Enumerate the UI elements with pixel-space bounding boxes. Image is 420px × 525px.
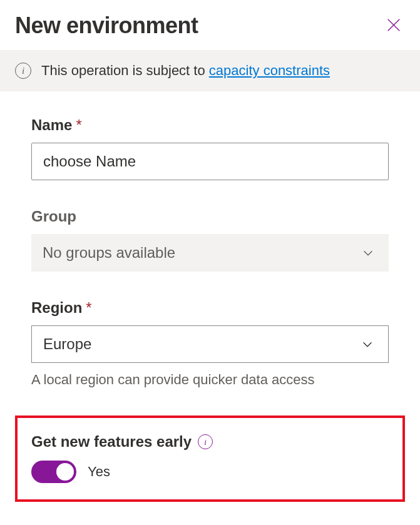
close-button[interactable] xyxy=(382,14,405,38)
capacity-constraints-link[interactable]: capacity constraints xyxy=(209,63,330,78)
required-marker: * xyxy=(86,299,91,316)
region-value: Europe xyxy=(43,335,91,353)
name-label: Name* xyxy=(31,116,389,134)
highlighted-section: Get new features early i Yes xyxy=(15,415,405,502)
region-helper-text: A local region can provide quicker data … xyxy=(31,372,389,388)
page-title: New environment xyxy=(15,13,198,39)
close-icon xyxy=(385,16,402,34)
notice-text: This operation is subject to xyxy=(41,63,205,78)
region-label: Region* xyxy=(31,299,389,317)
info-icon[interactable]: i xyxy=(198,434,213,449)
region-select[interactable]: Europe xyxy=(31,325,389,363)
toggle-knob xyxy=(56,463,74,481)
features-early-label: Get new features early xyxy=(31,433,192,451)
features-early-toggle[interactable] xyxy=(31,461,76,483)
notice-bar: i This operation is subject to capacity … xyxy=(0,50,420,91)
toggle-state-text: Yes xyxy=(88,464,110,480)
info-icon: i xyxy=(15,63,31,79)
name-input[interactable] xyxy=(31,143,389,180)
group-label: Group xyxy=(31,208,389,225)
required-marker: * xyxy=(76,116,81,133)
group-select: No groups available xyxy=(31,234,389,272)
chevron-down-icon xyxy=(361,246,375,260)
chevron-down-icon xyxy=(361,337,374,351)
group-placeholder: No groups available xyxy=(43,244,175,262)
